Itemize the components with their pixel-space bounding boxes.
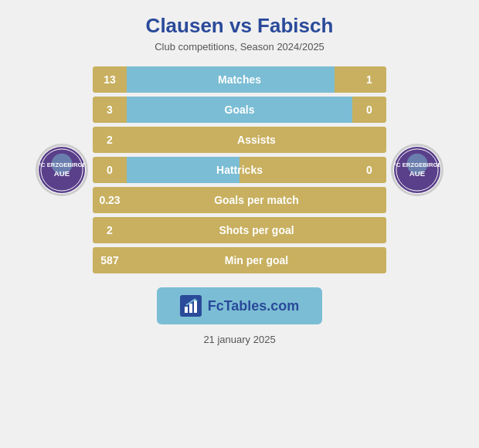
left-team-logo: FC ERZGEBIRGE AUE: [36, 144, 88, 196]
stat-row-2: 2Assists: [93, 127, 386, 153]
stat-left-value-4: 0.23: [93, 187, 127, 213]
stat-right-value-0: 1: [352, 66, 386, 93]
logo-right: FC ERZGEBIRGE AUE: [386, 144, 448, 196]
stat-label-5: Shots per goal: [219, 224, 294, 236]
stat-left-value-0: 13: [93, 66, 127, 93]
page-wrapper: Clausen vs Fabisch Club competitions, Se…: [0, 0, 479, 448]
stat-left-value-2: 2: [93, 127, 127, 153]
svg-rect-10: [194, 300, 197, 313]
stat-row-3: 0Hattricks0: [93, 157, 386, 183]
svg-text:AUE: AUE: [54, 169, 70, 178]
stat-bar-area-6: Min per goal: [127, 247, 386, 273]
page-subtitle: Club competitions, Season 2024/2025: [155, 41, 324, 53]
stat-left-value-1: 3: [93, 97, 127, 123]
stat-label-0: Matches: [218, 73, 261, 86]
svg-text:FC ERZGEBIRGE: FC ERZGEBIRGE: [39, 161, 84, 168]
stat-left-value-5: 2: [93, 217, 127, 243]
stat-bar-area-2: Assists: [127, 127, 386, 153]
stat-row-1: 3Goals0: [93, 97, 386, 123]
stat-bar-area-3: Hattricks: [127, 157, 352, 183]
footer-date: 21 january 2025: [203, 334, 275, 345]
fctables-banner[interactable]: FcTables.com: [157, 287, 323, 324]
stat-bar-area-0: Matches: [127, 66, 352, 93]
fctables-text: FcTables.com: [208, 298, 300, 314]
stat-bar-area-4: Goals per match: [127, 187, 386, 213]
stat-row-6: 587Min per goal: [93, 247, 386, 273]
logo-left: FC ERZGEBIRGE AUE: [31, 144, 93, 196]
svg-rect-9: [189, 304, 192, 313]
stat-label-4: Goals per match: [214, 194, 299, 206]
stat-label-2: Assists: [237, 134, 276, 146]
fctables-icon: [180, 295, 202, 317]
stat-left-value-3: 0: [93, 157, 127, 183]
stat-row-0: 13Matches1: [93, 66, 386, 93]
stat-row-4: 0.23Goals per match: [93, 187, 386, 213]
stat-bar-area-5: Shots per goal: [127, 217, 386, 243]
stat-right-value-1: 0: [352, 97, 386, 123]
main-content: FC ERZGEBIRGE AUE 13Matches13Goals02Assi…: [8, 66, 471, 273]
page-title: Clausen vs Fabisch: [146, 14, 334, 38]
stat-label-3: Hattricks: [216, 164, 263, 176]
svg-text:AUE: AUE: [409, 169, 426, 178]
stats-column: 13Matches13Goals02Assists0Hattricks00.23…: [93, 66, 386, 273]
svg-rect-8: [185, 307, 188, 313]
stat-label-1: Goals: [225, 104, 255, 116]
stat-right-value-3: 0: [352, 157, 386, 183]
stat-label-6: Min per goal: [225, 254, 288, 266]
stat-row-5: 2Shots per goal: [93, 217, 386, 243]
right-team-logo: FC ERZGEBIRGE AUE: [391, 144, 443, 196]
stat-left-value-6: 587: [93, 247, 127, 273]
svg-text:FC ERZGEBIRGE: FC ERZGEBIRGE: [395, 161, 440, 168]
stat-bar-area-1: Goals: [127, 97, 352, 123]
